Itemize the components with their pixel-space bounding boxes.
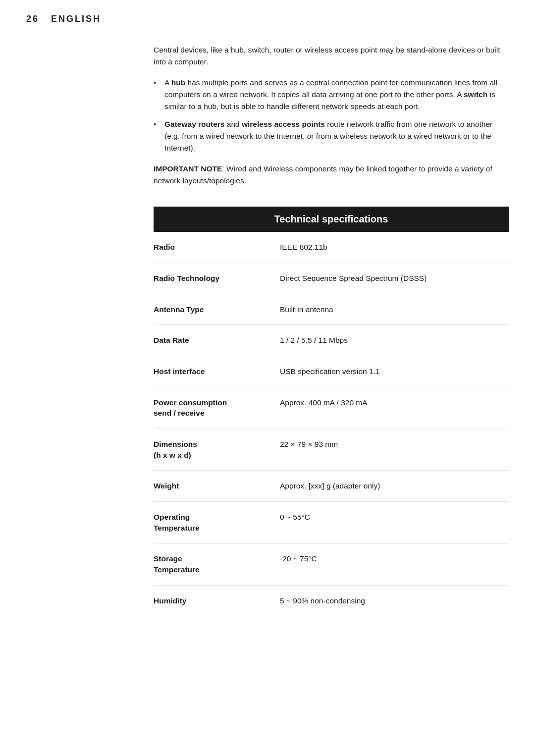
spec-row-data-rate: Data Rate 1 / 2 / 5.5 / 11 Mbps	[154, 325, 509, 356]
spec-value-power-consumption: Approx. 400 mA / 320 mA	[280, 387, 509, 418]
spec-row-operating-temp: OperatingTemperature 0 ~ 55°C	[154, 502, 509, 543]
spec-value-radio-technology: Direct Sequence Spread Spectrum (DSSS)	[280, 263, 509, 294]
page-header: 26 ENGLISH	[0, 0, 535, 29]
page-number-english: 26 ENGLISH	[26, 14, 101, 24]
spec-value-dimensions: 22 × 79 × 93 mm	[280, 429, 509, 460]
spec-value-operating-temp: 0 ~ 55°C	[280, 502, 509, 533]
spec-label-storage-temp: StorageTemperature	[154, 543, 280, 585]
spec-row-antenna-type: Antenna Type Built-in antenna	[154, 294, 509, 325]
spec-label-host-interface: Host interface	[154, 356, 280, 387]
list-item: Gateway routers and wireless access poin…	[154, 118, 509, 154]
spec-value-data-rate: 1 / 2 / 5.5 / 11 Mbps	[280, 325, 509, 356]
spec-value-storage-temp: -20 ~ 75°C	[280, 543, 509, 574]
language-label: ENGLISH	[51, 14, 101, 24]
main-content: Central devices, like a hub, switch, rou…	[0, 29, 535, 636]
intro-paragraph: Central devices, like a hub, switch, rou…	[154, 44, 509, 68]
spec-row-storage-temp: StorageTemperature -20 ~ 75°C	[154, 543, 509, 585]
important-note: IMPORTANT NOTE: Wired and Wireless compo…	[154, 163, 509, 187]
spec-label-weight: Weight	[154, 471, 280, 501]
specs-content: Radio IEEE 802.11b Radio Technology Dire…	[154, 232, 509, 616]
spec-row-weight: Weight Approx. [xxx] g (adapter only)	[154, 471, 509, 502]
spec-label-humidity: Humidity	[154, 586, 280, 616]
spec-value-antenna-type: Built-in antenna	[280, 294, 509, 325]
spec-row-power-consumption: Power consumptionsend / receive Approx. …	[154, 387, 509, 429]
specs-section: Technical specifications Radio IEEE 802.…	[154, 207, 509, 616]
list-item: A hub has multiple ports and serves as a…	[154, 77, 509, 112]
spec-value-radio: IEEE 802.11b	[280, 232, 509, 263]
important-note-label: IMPORTANT NOTE	[154, 164, 222, 173]
page: 26 ENGLISH Central devices, like a hub, …	[0, 0, 535, 756]
spec-value-weight: Approx. [xxx] g (adapter only)	[280, 471, 509, 501]
spec-label-data-rate: Data Rate	[154, 325, 280, 356]
spec-label-operating-temp: OperatingTemperature	[154, 502, 280, 543]
spec-row-host-interface: Host interface USB specification version…	[154, 356, 509, 387]
spec-label-antenna-type: Antenna Type	[154, 294, 280, 325]
spec-row-radio-technology: Radio Technology Direct Sequence Spread …	[154, 263, 509, 294]
spec-row-radio: Radio IEEE 802.11b	[154, 232, 509, 263]
spec-value-humidity: 5 ~ 90% non-condensing	[280, 586, 509, 616]
spec-label-power-consumption: Power consumptionsend / receive	[154, 387, 280, 429]
spec-row-dimensions: Dimensions(h x w x d) 22 × 79 × 93 mm	[154, 429, 509, 471]
page-number: 26	[26, 14, 39, 24]
spec-value-host-interface: USB specification version 1.1	[280, 356, 509, 387]
spec-label-radio-technology: Radio Technology	[154, 263, 280, 294]
spec-row-humidity: Humidity 5 ~ 90% non-condensing	[154, 586, 509, 616]
spec-label-dimensions: Dimensions(h x w x d)	[154, 429, 280, 470]
spec-label-radio: Radio	[154, 232, 280, 263]
bullet-list: A hub has multiple ports and serves as a…	[154, 77, 509, 154]
specs-title: Technical specifications	[154, 207, 509, 232]
